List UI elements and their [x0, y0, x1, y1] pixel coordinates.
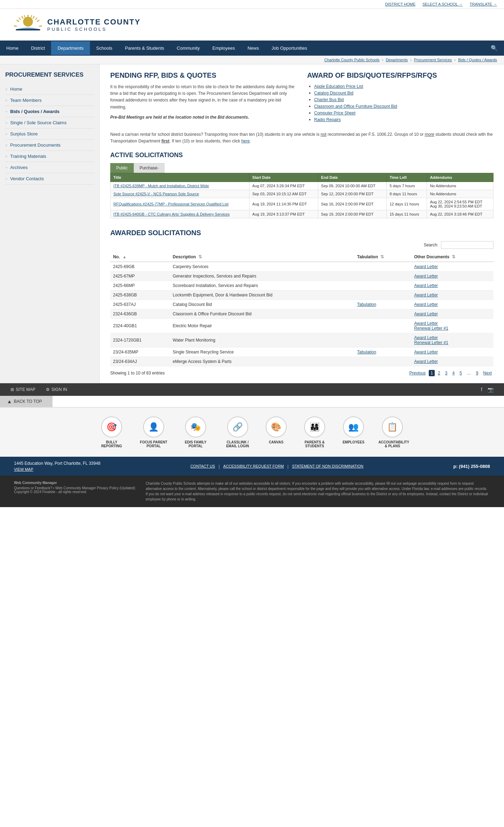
list-item: Catalog Discount Bid: [314, 90, 494, 96]
tab-purchase[interactable]: Purchase-: [134, 163, 165, 173]
site-map-link[interactable]: ⊞ SITE MAP: [10, 387, 35, 392]
nav-district[interactable]: District: [25, 41, 51, 55]
icon-edis[interactable]: 🎭 EDIS FAMILY PORTAL: [182, 416, 210, 448]
award-doc-link[interactable]: Award Letter: [414, 321, 438, 326]
sort-icon: ⇅: [198, 254, 202, 259]
nav-schools[interactable]: Schools: [90, 41, 119, 55]
page-2[interactable]: 2: [436, 370, 442, 376]
icon-focus[interactable]: 👤 FOCUS PARENT PORTAL: [140, 416, 168, 448]
svg-line-5: [17, 20, 19, 22]
breadcrumb-bids[interactable]: Bids / Quotes / Awards: [458, 58, 497, 62]
sidebar-link-training[interactable]: Training Materials: [10, 154, 46, 159]
page-9[interactable]: 9: [474, 370, 480, 376]
accessibility-link[interactable]: ACCESSIBILITY REQUEST FORM: [223, 464, 284, 468]
award-link-radio[interactable]: Radio Repairs: [314, 117, 341, 122]
sidebar-item-training[interactable]: ○ Training Materials: [5, 151, 94, 162]
award-link-classroom[interactable]: Classroom and Office Furniture Discount …: [314, 104, 397, 109]
nav-employees[interactable]: Employees: [206, 41, 241, 55]
nav-home[interactable]: Home: [0, 41, 25, 55]
icon-classlink[interactable]: 🔗 CLASSLINK / EMAIL LOGIN: [224, 416, 252, 448]
nav-job-opportunities[interactable]: Job Opportunities: [265, 41, 314, 55]
page-5[interactable]: 5: [458, 370, 464, 376]
award-doc-link[interactable]: Award Letter: [414, 283, 438, 288]
award-docs: Award LetterRenewal Letter #1: [411, 319, 493, 333]
award-doc-link[interactable]: Award Letter: [414, 274, 438, 279]
page-1[interactable]: 1: [429, 370, 435, 376]
award-doc-link[interactable]: Award Letter: [414, 293, 438, 297]
sidebar-link-archives[interactable]: Archives: [10, 165, 28, 170]
nav-departments[interactable]: Departments: [51, 41, 90, 55]
sidebar-link-bids[interactable]: Bids / Quotes / Awards: [10, 109, 59, 114]
award-doc-link[interactable]: Award Letter: [414, 311, 438, 316]
sidebar-link-team[interactable]: Team Members: [10, 98, 42, 103]
awarded-solicitations-section: AWARDED SOLICITATIONS Search: No. ▲ Desc…: [110, 229, 493, 376]
sidebar-item-procurement-docs[interactable]: ○ Procurement Documents: [5, 140, 94, 151]
tab-public[interactable]: Public: [110, 163, 134, 173]
award-doc-link[interactable]: Award Letter: [414, 359, 438, 364]
award-doc-link[interactable]: Award Letter: [414, 335, 438, 340]
instagram-icon[interactable]: 📷: [488, 387, 493, 392]
search-input[interactable]: [441, 241, 493, 249]
table-row: 2425-638GB Locksmith Equipment, Door & H…: [110, 290, 493, 300]
awarded-sol-title: AWARDED SOLICITATIONS: [110, 229, 493, 237]
sidebar-item-sole-source[interactable]: ○ Single / Sole Source Claims: [5, 117, 94, 128]
breadcrumb-procurement[interactable]: Procurement Services: [414, 58, 452, 62]
award-link-apple[interactable]: Apple Education Price List: [314, 84, 363, 89]
icon-accountability[interactable]: 📋 ACCOUNTABILITY & PLANS: [378, 416, 406, 448]
award-link-catalog[interactable]: Catalog Discount Bid: [314, 91, 354, 96]
icon-canvas[interactable]: 🎨 CANVAS: [266, 416, 287, 448]
page-3[interactable]: 3: [443, 370, 449, 376]
sidebar-item-team[interactable]: ○ Team Members: [5, 95, 94, 106]
nav-community[interactable]: Community: [170, 41, 206, 55]
sidebar-link-home[interactable]: Home: [10, 86, 22, 92]
social-links: f 📷: [481, 387, 493, 392]
award-doc-link[interactable]: Award Letter: [414, 350, 438, 355]
sidebar-item-surplus[interactable]: ○ Surplus Store: [5, 128, 94, 140]
icon-bully[interactable]: 🎯 BULLY REPORTING: [98, 416, 126, 448]
view-map-link[interactable]: VIEW MAP: [14, 467, 100, 471]
select-school-link[interactable]: SELECT A SCHOOL →: [422, 2, 463, 6]
translate-link[interactable]: TRANSLATE →: [470, 2, 497, 6]
page-4[interactable]: 4: [450, 370, 456, 376]
breadcrumb-home[interactable]: Charlotte County Public Schools: [324, 58, 380, 62]
sidebar-item-home[interactable]: ○ Home: [5, 84, 94, 95]
award-link-computer[interactable]: Computer Price Sheet: [314, 111, 356, 115]
icon-parents[interactable]: 👨‍👩‍👧 PARENTS & STUDENTS: [301, 416, 329, 448]
award-doc-link[interactable]: Award Letter: [414, 302, 438, 307]
sol-title[interactable]: ITB #2425-640GB - CTC Culinary Arts' Sup…: [111, 210, 250, 218]
sidebar-item-vendor[interactable]: ○ Vendor Contacts: [5, 173, 94, 184]
award-link-charter[interactable]: Charter Bus Bid: [314, 97, 344, 102]
contact-us-link[interactable]: CONTACT US: [190, 464, 215, 468]
nav-news[interactable]: News: [241, 41, 265, 55]
sol-title[interactable]: RFQualifications #2425-77MP - Profession…: [111, 198, 250, 210]
sidebar-link-sole-source[interactable]: Single / Sole Source Claims: [10, 120, 66, 125]
sol-end: Sep 19, 2024 2:00:00 PM EDT: [318, 210, 387, 218]
icon-employees[interactable]: 👥 EMPLOYEES: [343, 416, 364, 448]
district-home-link[interactable]: DISTRICT HOME: [385, 2, 415, 6]
tabulation-link[interactable]: Tabulation: [357, 302, 376, 307]
tabulation-link[interactable]: Tabulation: [357, 350, 376, 355]
disclaimer-text: Charlotte County Public Schools attempts…: [146, 481, 490, 502]
search-icon[interactable]: 🔍: [484, 41, 504, 56]
sidebar-link-vendor[interactable]: Vendor Contacts: [10, 176, 44, 181]
sidebar-item-bids[interactable]: ○ Bids / Quotes / Awards: [5, 106, 94, 117]
facebook-icon[interactable]: f: [481, 387, 482, 392]
sol-start: Aug 19, 2024 3:13:37 PM EDT: [249, 210, 318, 218]
nav-parents-students[interactable]: Parents & Students: [119, 41, 170, 55]
sidebar-item-archives[interactable]: ○ Archives: [5, 162, 94, 173]
award-doc-link[interactable]: Renewal Letter #1: [414, 326, 448, 331]
award-doc-link[interactable]: Renewal Letter #1: [414, 340, 448, 345]
sign-in-link[interactable]: ⚙ SIGN IN: [46, 387, 67, 392]
award-doc-link[interactable]: Award Letter: [414, 264, 438, 269]
sidebar-link-procurement-docs[interactable]: Procurement Documents: [10, 142, 61, 148]
breadcrumb-departments[interactable]: Departments: [386, 58, 408, 62]
non-discrimination-link[interactable]: STATEMENT OF NON DISCRIMINATION: [292, 464, 363, 468]
sidebar-link-surplus[interactable]: Surplus Store: [10, 131, 38, 136]
table-row: 2425-66MP Scoreboard Installation, Servi…: [110, 281, 493, 290]
back-to-top-button[interactable]: ▲ BACK TO TOP: [0, 396, 52, 407]
sol-title[interactable]: Sole Source #2425-V - NCS Pearson Sole S…: [111, 190, 250, 198]
next-button[interactable]: Next: [481, 370, 493, 376]
prev-button[interactable]: Previous: [408, 370, 428, 376]
sol-title[interactable]: ITB #2425-639MP - Mulch and Installation…: [111, 182, 250, 190]
car-rental-here-link[interactable]: here: [241, 139, 250, 143]
